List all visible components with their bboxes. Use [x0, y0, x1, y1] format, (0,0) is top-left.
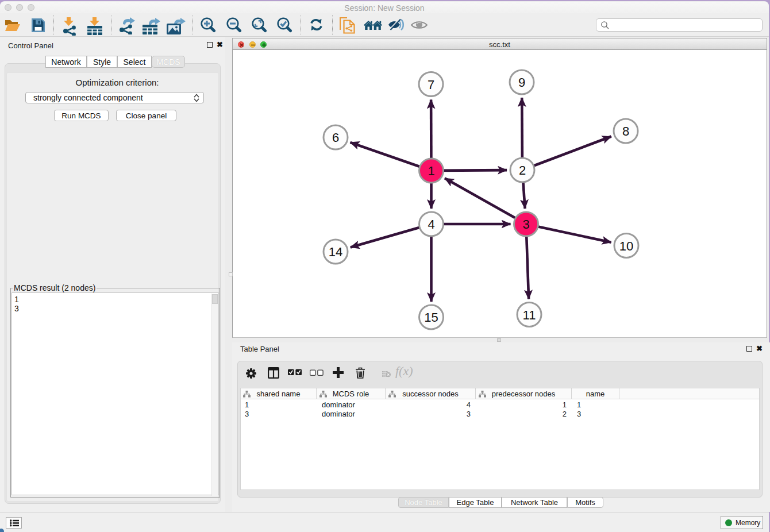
svg-text:10: 10 — [619, 239, 633, 253]
svg-text:9: 9 — [518, 75, 525, 90]
svg-text:11: 11 — [523, 308, 536, 322]
svg-text:7: 7 — [428, 78, 434, 92]
svg-text:8: 8 — [622, 124, 629, 138]
svg-text:15: 15 — [424, 310, 438, 325]
svg-text:1: 1 — [428, 164, 434, 178]
svg-text:4: 4 — [428, 217, 434, 232]
svg-text:2: 2 — [519, 163, 526, 178]
svg-text:3: 3 — [522, 217, 529, 232]
svg-text:6: 6 — [332, 130, 339, 145]
svg-text:14: 14 — [329, 245, 342, 259]
